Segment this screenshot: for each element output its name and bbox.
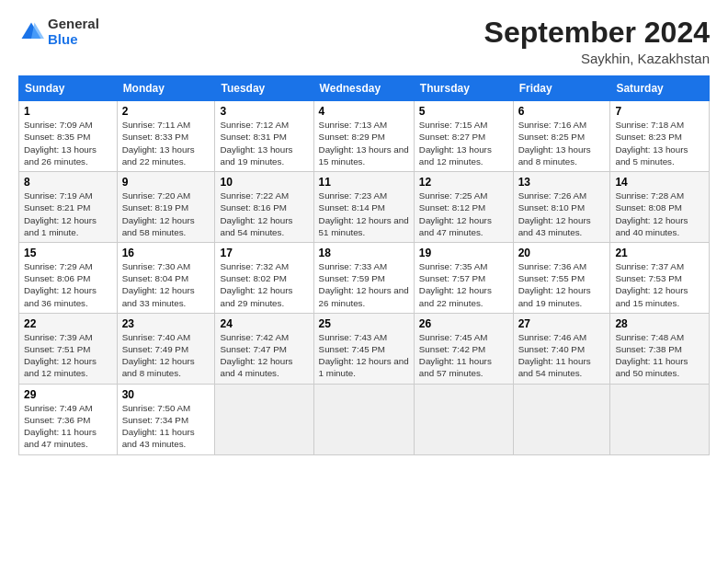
day-info: Sunrise: 7:37 AMSunset: 7:53 PMDaylight:… <box>615 261 688 308</box>
day-info: Sunrise: 7:39 AMSunset: 7:51 PMDaylight:… <box>24 332 97 379</box>
logo-blue: Blue <box>48 32 99 48</box>
header: General Blue September 2024 Saykhin, Kaz… <box>18 17 710 66</box>
day-info: Sunrise: 7:29 AMSunset: 8:06 PMDaylight:… <box>24 261 97 308</box>
col-header-thursday: Thursday <box>414 76 513 101</box>
calendar-cell: 24 Sunrise: 7:42 AMSunset: 7:47 PMDaylig… <box>215 313 313 384</box>
calendar-cell: 13 Sunrise: 7:26 AMSunset: 8:10 PMDaylig… <box>513 172 610 243</box>
calendar-cell: 16 Sunrise: 7:30 AMSunset: 8:04 PMDaylig… <box>117 242 215 313</box>
day-number: 26 <box>419 317 508 330</box>
day-info: Sunrise: 7:22 AMSunset: 8:16 PMDaylight:… <box>220 190 292 237</box>
calendar-cell <box>313 384 414 454</box>
day-number: 19 <box>419 247 508 259</box>
day-number: 11 <box>319 176 409 189</box>
day-info: Sunrise: 7:16 AMSunset: 8:25 PMDaylight:… <box>518 120 591 167</box>
header-row: SundayMondayTuesdayWednesdayThursdayFrid… <box>19 76 710 101</box>
page: General Blue September 2024 Saykhin, Kaz… <box>0 0 728 465</box>
day-number: 16 <box>122 247 210 259</box>
day-number: 1 <box>24 105 112 118</box>
day-info: Sunrise: 7:15 AMSunset: 8:27 PMDaylight:… <box>419 120 492 167</box>
calendar-cell: 6 Sunrise: 7:16 AMSunset: 8:25 PMDayligh… <box>513 101 610 172</box>
col-header-saturday: Saturday <box>610 76 710 101</box>
day-info: Sunrise: 7:09 AMSunset: 8:35 PMDaylight:… <box>24 120 97 167</box>
calendar-cell: 30 Sunrise: 7:50 AMSunset: 7:34 PMDaylig… <box>117 384 215 454</box>
day-info: Sunrise: 7:33 AMSunset: 7:59 PMDaylight:… <box>319 261 409 308</box>
day-number: 22 <box>24 317 112 330</box>
day-number: 30 <box>122 388 210 401</box>
day-number: 18 <box>319 247 409 259</box>
calendar-cell: 23 Sunrise: 7:40 AMSunset: 7:49 PMDaylig… <box>117 313 215 384</box>
calendar-cell: 12 Sunrise: 7:25 AMSunset: 8:12 PMDaylig… <box>414 172 513 243</box>
calendar-cell: 5 Sunrise: 7:15 AMSunset: 8:27 PMDayligh… <box>414 101 513 172</box>
day-info: Sunrise: 7:23 AMSunset: 8:14 PMDaylight:… <box>319 190 409 237</box>
col-header-monday: Monday <box>117 76 215 101</box>
calendar-cell: 22 Sunrise: 7:39 AMSunset: 7:51 PMDaylig… <box>19 313 118 384</box>
day-info: Sunrise: 7:18 AMSunset: 8:23 PMDaylight:… <box>615 120 688 167</box>
day-info: Sunrise: 7:49 AMSunset: 7:36 PMDaylight:… <box>24 403 97 450</box>
day-info: Sunrise: 7:46 AMSunset: 7:40 PMDaylight:… <box>518 332 591 379</box>
day-info: Sunrise: 7:25 AMSunset: 8:12 PMDaylight:… <box>419 190 492 237</box>
day-info: Sunrise: 7:35 AMSunset: 7:57 PMDaylight:… <box>419 261 492 308</box>
day-number: 10 <box>220 176 308 189</box>
day-number: 27 <box>518 317 606 330</box>
day-info: Sunrise: 7:12 AMSunset: 8:31 PMDaylight:… <box>220 120 292 167</box>
calendar-cell <box>215 384 313 454</box>
logo-general: General <box>48 17 99 32</box>
week-row-5: 29 Sunrise: 7:49 AMSunset: 7:36 PMDaylig… <box>19 384 710 454</box>
week-row-4: 22 Sunrise: 7:39 AMSunset: 7:51 PMDaylig… <box>19 313 710 384</box>
calendar-cell: 11 Sunrise: 7:23 AMSunset: 8:14 PMDaylig… <box>313 172 414 243</box>
day-number: 8 <box>24 176 112 189</box>
svg-marker-1 <box>31 22 44 39</box>
day-info: Sunrise: 7:50 AMSunset: 7:34 PMDaylight:… <box>122 403 195 450</box>
day-info: Sunrise: 7:36 AMSunset: 7:55 PMDaylight:… <box>518 261 591 308</box>
calendar-cell <box>513 384 610 454</box>
calendar-cell: 2 Sunrise: 7:11 AMSunset: 8:33 PMDayligh… <box>117 101 215 172</box>
calendar-cell: 4 Sunrise: 7:13 AMSunset: 8:29 PMDayligh… <box>313 101 414 172</box>
calendar-cell: 3 Sunrise: 7:12 AMSunset: 8:31 PMDayligh… <box>215 101 313 172</box>
logo-icon <box>18 19 44 45</box>
day-info: Sunrise: 7:32 AMSunset: 8:02 PMDaylight:… <box>220 261 292 308</box>
day-number: 28 <box>615 317 704 330</box>
day-info: Sunrise: 7:11 AMSunset: 8:33 PMDaylight:… <box>122 120 195 167</box>
day-number: 6 <box>518 105 606 118</box>
day-info: Sunrise: 7:45 AMSunset: 7:42 PMDaylight:… <box>419 332 492 379</box>
calendar-table: SundayMondayTuesdayWednesdayThursdayFrid… <box>18 75 710 454</box>
day-number: 12 <box>419 176 508 189</box>
day-info: Sunrise: 7:42 AMSunset: 7:47 PMDaylight:… <box>220 332 292 379</box>
calendar-cell: 28 Sunrise: 7:48 AMSunset: 7:38 PMDaylig… <box>610 313 710 384</box>
day-number: 4 <box>319 105 409 118</box>
day-number: 9 <box>122 176 210 189</box>
week-row-1: 1 Sunrise: 7:09 AMSunset: 8:35 PMDayligh… <box>19 101 710 172</box>
calendar-cell: 1 Sunrise: 7:09 AMSunset: 8:35 PMDayligh… <box>19 101 118 172</box>
location: Saykhin, Kazakhstan <box>484 51 710 66</box>
day-info: Sunrise: 7:19 AMSunset: 8:21 PMDaylight:… <box>24 190 97 237</box>
calendar-cell: 18 Sunrise: 7:33 AMSunset: 7:59 PMDaylig… <box>313 242 414 313</box>
week-row-3: 15 Sunrise: 7:29 AMSunset: 8:06 PMDaylig… <box>19 242 710 313</box>
day-info: Sunrise: 7:13 AMSunset: 8:29 PMDaylight:… <box>319 120 409 167</box>
day-info: Sunrise: 7:26 AMSunset: 8:10 PMDaylight:… <box>518 190 591 237</box>
day-number: 5 <box>419 105 508 118</box>
day-info: Sunrise: 7:20 AMSunset: 8:19 PMDaylight:… <box>122 190 195 237</box>
day-number: 3 <box>220 105 308 118</box>
col-header-sunday: Sunday <box>19 76 118 101</box>
calendar-cell: 27 Sunrise: 7:46 AMSunset: 7:40 PMDaylig… <box>513 313 610 384</box>
calendar-cell: 9 Sunrise: 7:20 AMSunset: 8:19 PMDayligh… <box>117 172 215 243</box>
calendar-cell: 19 Sunrise: 7:35 AMSunset: 7:57 PMDaylig… <box>414 242 513 313</box>
day-info: Sunrise: 7:30 AMSunset: 8:04 PMDaylight:… <box>122 261 195 308</box>
day-info: Sunrise: 7:28 AMSunset: 8:08 PMDaylight:… <box>615 190 688 237</box>
day-number: 23 <box>122 317 210 330</box>
calendar-cell: 26 Sunrise: 7:45 AMSunset: 7:42 PMDaylig… <box>414 313 513 384</box>
col-header-friday: Friday <box>513 76 610 101</box>
calendar-cell <box>610 384 710 454</box>
calendar-cell: 8 Sunrise: 7:19 AMSunset: 8:21 PMDayligh… <box>19 172 118 243</box>
calendar-cell: 17 Sunrise: 7:32 AMSunset: 8:02 PMDaylig… <box>215 242 313 313</box>
day-info: Sunrise: 7:40 AMSunset: 7:49 PMDaylight:… <box>122 332 195 379</box>
calendar-cell: 21 Sunrise: 7:37 AMSunset: 7:53 PMDaylig… <box>610 242 710 313</box>
day-number: 13 <box>518 176 606 189</box>
calendar-cell: 14 Sunrise: 7:28 AMSunset: 8:08 PMDaylig… <box>610 172 710 243</box>
calendar-cell <box>414 384 513 454</box>
calendar-cell: 25 Sunrise: 7:43 AMSunset: 7:45 PMDaylig… <box>313 313 414 384</box>
logo: General Blue <box>18 17 99 47</box>
title-block: September 2024 Saykhin, Kazakhstan <box>484 17 710 66</box>
day-info: Sunrise: 7:43 AMSunset: 7:45 PMDaylight:… <box>319 332 409 379</box>
col-header-wednesday: Wednesday <box>313 76 414 101</box>
